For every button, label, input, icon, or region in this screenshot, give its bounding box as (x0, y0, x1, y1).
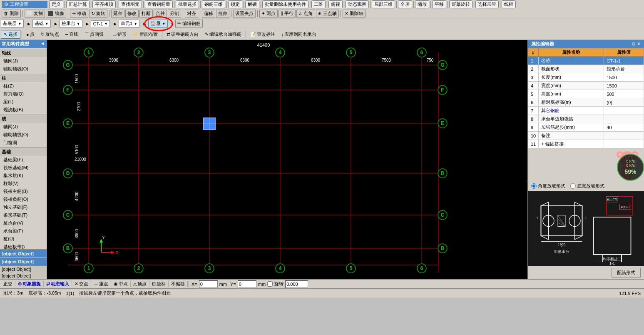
sidebar-item-raft-main[interactable]: 筏板主筋(B) (0, 188, 47, 195)
btn-pan[interactable]: 平移 (432, 0, 446, 8)
btn-rotate[interactable]: 屏幕旋转 (449, 0, 472, 8)
btn-move[interactable]: ✛ 移动 (70, 10, 88, 18)
sidebar-item-sump[interactable]: 集水坑(K) (0, 172, 47, 180)
btn-edit-rebar[interactable]: ✏ 编辑钢筋 (175, 20, 203, 28)
status-dynamic[interactable]: ⇄ 动态输入 (44, 281, 72, 287)
btn-extend[interactable]: 延伸 (111, 10, 124, 18)
sidebar-item-strip[interactable]: 条形基础(T) (0, 211, 47, 219)
btn-select-layer[interactable]: 选择层里 (475, 0, 499, 8)
prop-val-5[interactable]: 500 (604, 90, 644, 98)
btn-set-grip[interactable]: 设置夹点 (233, 10, 256, 18)
y-input[interactable] (238, 280, 256, 288)
sidebar-item-column-z[interactable]: 柱(Z) (0, 82, 47, 90)
btn-top-view[interactable]: 俯视 (328, 0, 343, 8)
sidebar-item-aux2[interactable]: 辅助轴线(O) (0, 131, 47, 139)
sidebar-item-shear-wall[interactable]: 剪力墙(Q) (0, 90, 47, 98)
prop-row-1[interactable]: 1 名称 CT-1-1 (528, 57, 644, 65)
btn-delete[interactable]: 🗑 删除 (2, 10, 21, 18)
dropdown-ct1[interactable]: CT-1 ▼ (91, 20, 110, 27)
btn-break[interactable]: 打断 (139, 10, 153, 18)
sidebar-item-pile[interactable]: 桩(U) (0, 235, 47, 243)
status-center[interactable]: ◉ 中点 (111, 281, 131, 287)
status-orthogonal[interactable]: 正交 (1, 281, 15, 287)
btn-split[interactable]: 分割 (168, 10, 181, 18)
btn-two-point[interactable]: ✦ 两点 (259, 10, 278, 18)
sidebar-item-beam[interactable]: 梁(L) (0, 98, 47, 106)
nav-draw-input[interactable]: [object Object] (0, 258, 47, 265)
btn-rotate-op[interactable]: ↻ 旋转 (89, 10, 107, 18)
btn-smart-layout[interactable]: ⚡ 智能布置 (130, 30, 161, 39)
btn-fullscreen[interactable]: 全屏 (398, 0, 412, 8)
btn-modify[interactable]: 修改 (125, 10, 139, 18)
rotate-input[interactable] (285, 280, 308, 288)
status-midpoint[interactable]: — 重点 (91, 281, 111, 287)
btn-three-axis[interactable]: ⊕ 三点轴 (316, 10, 339, 18)
collapse-icon[interactable]: ◄ (40, 41, 45, 47)
btn-copy[interactable]: ⬜ 复制 (25, 10, 45, 18)
prop-row-5[interactable]: 5 高度(mm) 500 (528, 90, 644, 98)
btn-line[interactable]: ━ 直线 (62, 30, 81, 39)
btn-rotate-point[interactable]: ↻ 旋转点 (38, 30, 62, 39)
status-vertex[interactable]: △ 顶点 (131, 281, 149, 287)
dropdown-pile-cap[interactable]: 桩承台 ▼ (60, 20, 82, 28)
status-crosshair[interactable]: ✕ 交点 (72, 281, 91, 287)
btn-wireframe[interactable]: 线框 (502, 0, 516, 8)
status-coord[interactable]: ⊞ 坐标 (149, 281, 169, 287)
btn-stretch[interactable]: 拉伸 (216, 10, 229, 18)
btn-unlock[interactable]: 解锁 (245, 0, 259, 8)
btn-dynamic-obs[interactable]: 动态观察 (346, 0, 369, 8)
btn-zoom[interactable]: 缩放 (415, 0, 429, 8)
btn-select[interactable]: ↖ 选择 (1, 30, 20, 39)
btn-align-op[interactable]: 对齐 (185, 10, 198, 18)
prop-val-9[interactable]: 40 (604, 123, 644, 132)
sidebar-item-foundation-beam[interactable]: 基础梁(F) (0, 156, 47, 164)
status-no-offset[interactable]: 不偏移 (169, 281, 188, 287)
btn-define[interactable]: 定义 (49, 0, 63, 8)
btn-batch-select[interactable]: 批量选择 (176, 0, 199, 8)
sidebar-item-column-cap[interactable]: 柱墩(V) (0, 180, 47, 188)
nav-project-settings[interactable]: [object Object] (0, 250, 47, 258)
prop-val-7[interactable] (604, 107, 644, 115)
prop-row-3[interactable]: 3 长度(mm) 1500 (528, 73, 644, 82)
status-snap[interactable]: ⊕ 对象捕捉 (15, 281, 44, 287)
radio-angle[interactable]: 角度放坡形式 (531, 183, 565, 189)
sidebar-item-cap-beam[interactable]: 承台梁(F) (0, 227, 47, 235)
btn-rebar-qty[interactable]: 查看钢筋量 (145, 0, 173, 8)
prop-val-6[interactable]: (0) (604, 98, 644, 107)
btn-lock[interactable]: 锁定 (228, 0, 242, 8)
dropdown-unit[interactable]: 单元1 ▼ (119, 20, 139, 28)
btn-batch-del[interactable]: 批量删除未使用构件 (262, 0, 308, 8)
sidebar-item-axis-j[interactable]: 轴网(J) (0, 57, 47, 65)
btn-rect[interactable]: ▭ 矩形 (109, 30, 129, 39)
btn-config-rebar[interactable]: 配筋形式 (612, 268, 641, 278)
btn-mirror[interactable]: ⬛ 镜像 (46, 10, 66, 18)
prop-row-9[interactable]: 9 加强筋起步(mm) 40 (528, 123, 644, 132)
btn-edit-cap-rebar[interactable]: ✎ 编辑承台加强筋 (202, 30, 244, 39)
prop-row-2[interactable]: 2 截面形状 矩形承台 (528, 65, 644, 73)
sidebar-item-isolated[interactable]: 独立基础(F) (0, 203, 47, 211)
btn-remove-axis[interactable]: ✕ 删除轴 (343, 10, 366, 18)
btn-2d[interactable]: 二维 (311, 0, 326, 8)
rotate-checkbox[interactable] (267, 281, 273, 287)
radio-angle-input[interactable] (531, 183, 537, 189)
sidebar-item-raft-neg[interactable]: 筏板负筋(O) (0, 195, 47, 203)
sidebar-item-slab[interactable]: 现浇板(B) (0, 106, 47, 114)
prop-val-10[interactable] (604, 132, 644, 140)
sidebar-item-axis-j2[interactable]: 轴网(J) (0, 123, 47, 131)
btn-offset[interactable]: 偏移 (202, 10, 215, 18)
dropdown-floor[interactable]: 🏠 屋 ▼ (148, 20, 168, 28)
prop-val-4[interactable]: 1500 (604, 82, 644, 90)
sidebar-item-aux-axis[interactable]: 辅助轴线(O) (0, 65, 47, 73)
btn-align[interactable]: 平齐板顶 (92, 0, 116, 8)
btn-modify-mark[interactable]: 📝 查改标注 (247, 30, 278, 39)
prop-row-4[interactable]: 4 宽度(mm) 1500 (528, 82, 644, 90)
cad-canvas-area[interactable]: 1 2 3 4 5 6 1 2 3 4 5 (47, 40, 527, 279)
prop-val-2[interactable]: 矩形承台 (604, 65, 644, 73)
btn-angle[interactable]: ∠ 点角 (296, 10, 315, 18)
prop-row-11[interactable]: 11 + 锚固搭接 (528, 140, 644, 148)
btn-merge[interactable]: 合并 (154, 10, 167, 18)
dropdown-base-layer[interactable]: 基底层 ▼ (1, 20, 24, 28)
panel-close-btn[interactable]: ✕ (637, 41, 641, 47)
btn-find[interactable]: 查找图元 (119, 0, 142, 8)
radio-width[interactable]: 底宽放坡形式 (570, 183, 604, 189)
